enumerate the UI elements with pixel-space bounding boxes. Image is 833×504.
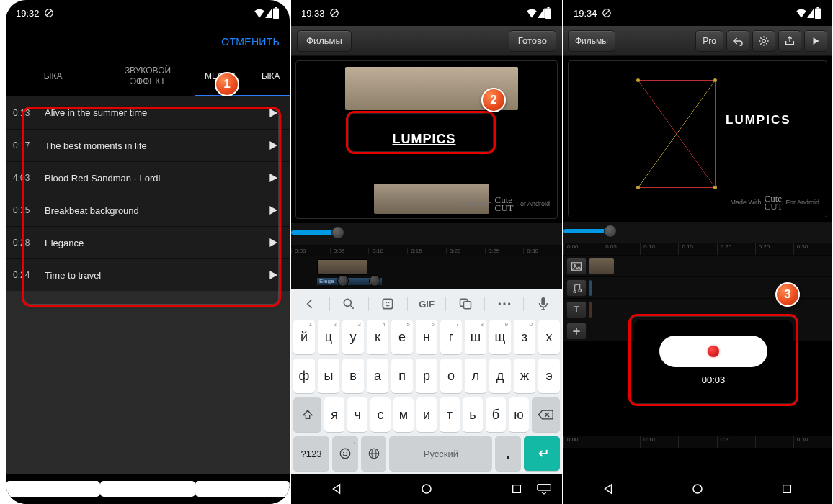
recents-button[interactable] [742,481,832,497]
home-button[interactable] [100,481,195,497]
timeline-tracks[interactable]: Elega [291,256,562,289]
char-key[interactable]: о [440,359,462,393]
audio-handle-right[interactable] [369,275,380,287]
char-key[interactable]: к4 [367,320,388,354]
char-key[interactable]: ф [293,359,315,393]
char-key[interactable]: ш8 [465,320,486,354]
share-button[interactable] [778,30,801,52]
back-button[interactable] [564,481,653,497]
char-key[interactable]: г7 [440,320,462,354]
play-icon[interactable] [267,140,280,151]
char-key[interactable]: а [367,359,388,393]
films-button[interactable]: Фильмы [568,30,615,52]
enter-key[interactable] [524,436,560,471]
scrub-knob[interactable] [331,226,344,239]
char-key[interactable]: ц2 [318,320,339,354]
tab-music[interactable]: ЫКА [6,58,100,96]
plus-icon[interactable] [566,323,587,340]
play-icon[interactable] [267,237,280,248]
char-key[interactable]: я [324,397,344,432]
svg-point-14 [388,302,390,304]
char-key[interactable]: щ9 [489,320,511,354]
track-row[interactable]: 0:15 Breakbeat background [6,194,290,226]
char-key[interactable]: ж [514,359,535,393]
text-segment[interactable] [589,302,592,318]
char-key[interactable]: н6 [416,320,437,354]
video-preview[interactable]: LUMPICS Made With Cute CUT For Android [568,60,827,217]
track-row[interactable]: 0:17 The best moments in life [6,129,290,161]
scrub-knob[interactable] [604,225,617,238]
home-button[interactable] [653,481,742,497]
hide-keyboard-button[interactable] [536,481,552,497]
track-video[interactable] [564,255,832,276]
char-key[interactable]: п [391,359,413,393]
char-key[interactable]: р [416,359,437,393]
char-key[interactable]: з0 [514,320,535,354]
video-preview[interactable]: LUMPICS Made With Cute CUT For Android [295,60,558,219]
char-key[interactable]: ю [509,397,529,432]
recents-button[interactable] [195,481,290,497]
play-icon[interactable] [267,107,280,119]
kb-gif-button[interactable]: GIF [408,299,446,310]
kb-back-button[interactable] [291,297,329,311]
films-button[interactable]: Фильмы [297,30,352,52]
space-key[interactable]: Русский [389,436,492,471]
char-key[interactable]: в [342,359,364,393]
track-row[interactable]: 4:03 Blood Red Sandman - Lordi [6,161,290,194]
audio-handle-left[interactable] [337,275,349,287]
kb-translate-button[interactable] [446,297,484,311]
char-key[interactable]: ч [347,397,368,432]
char-key[interactable]: ы [318,359,339,393]
cancel-button[interactable]: ОТМЕНИТЬ [221,36,280,48]
backspace-key[interactable] [532,397,560,432]
play-icon[interactable] [267,204,280,216]
home-button[interactable] [381,481,471,497]
lang-key[interactable] [361,436,387,471]
mode-key[interactable]: ?123 [293,436,329,471]
char-key[interactable]: х [538,320,560,354]
char-key[interactable]: т [440,397,460,432]
audio-segment[interactable] [589,280,592,296]
kb-more-button[interactable] [485,302,523,306]
char-key[interactable]: с [370,397,391,432]
done-button[interactable]: Готово [509,30,556,52]
time-ruler: 0:000:050:100:150:200:250:30 [564,243,832,255]
timeline-head[interactable] [291,223,562,245]
undo-button[interactable] [726,30,749,52]
char-key[interactable]: д [489,359,511,393]
char-key[interactable]: у3 [342,320,364,354]
kb-mic-button[interactable] [524,297,562,311]
settings-button[interactable] [752,30,775,52]
scrub-bar[interactable] [291,230,334,235]
char-key[interactable]: е5 [391,320,413,354]
back-button[interactable] [291,481,381,497]
kb-search-button[interactable] [330,297,368,311]
video-segment[interactable] [589,258,614,274]
char-key[interactable]: ь [463,397,483,432]
play-icon[interactable] [267,172,280,184]
play-button[interactable] [804,30,827,52]
tab-local[interactable]: МЕСТН ЫКА [195,58,290,96]
kb-sticker-button[interactable] [369,297,407,311]
tab-sfx[interactable]: ЗВУКОВОЙ ЭФФЕКТ [100,58,195,96]
track-row[interactable]: 0:13 Alive in the summer time [6,96,290,129]
char-key[interactable]: л [465,359,486,393]
track-row[interactable]: 0:24 Time to travel [6,258,290,291]
video-clip[interactable] [317,259,368,275]
track-row[interactable]: 0:28 Elegance [6,226,290,258]
back-button[interactable] [6,481,100,497]
char-key[interactable]: э [538,359,560,393]
timeline-head[interactable] [564,222,832,243]
char-key[interactable]: й1 [293,320,315,354]
shift-key[interactable] [293,397,321,432]
period-key[interactable]: . [495,436,521,471]
char-key[interactable]: и [416,397,437,432]
scrub-bar[interactable] [564,229,607,233]
text-overlay-input[interactable]: LUMPICS [358,125,492,153]
record-button[interactable] [659,336,767,367]
play-icon[interactable] [267,269,280,281]
char-key[interactable]: м [393,397,414,432]
emoji-key[interactable]: , [332,436,358,471]
pro-button[interactable]: Pro [695,30,723,52]
char-key[interactable]: б [486,397,506,432]
